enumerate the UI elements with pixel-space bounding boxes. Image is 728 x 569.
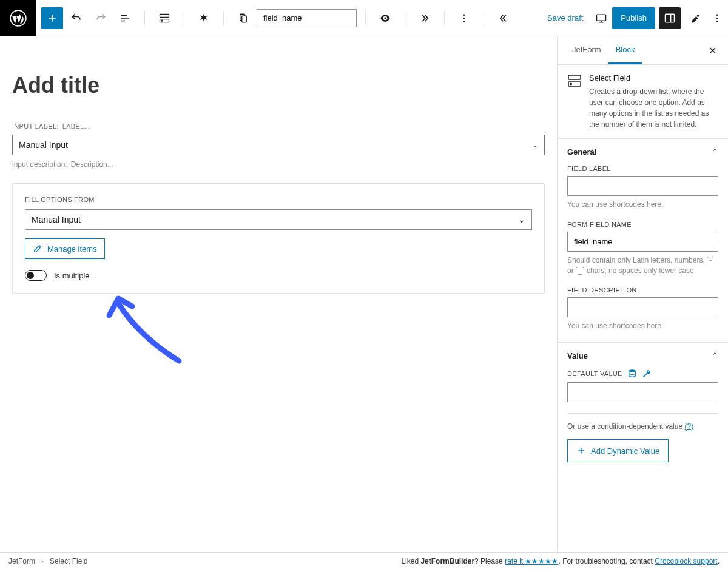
input-label-prefix: INPUT LABEL: [12,123,59,130]
input-description-row: input description: Description... [12,160,545,169]
svg-rect-1 [160,14,169,17]
footer-message: Liked JetFormBuilder? Please rate it ★★★… [401,557,720,565]
input-label-value[interactable]: LABEL... [62,123,90,130]
breadcrumb-item[interactable]: JetForm [8,557,35,565]
chevrons-left-icon[interactable] [493,7,514,29]
condition-help-link[interactable]: (?) [684,422,693,431]
field-label-help: You can use shortcodes here. [567,200,718,210]
database-icon[interactable] [627,369,637,379]
add-dynamic-value-button[interactable]: Add Dynamic Value [567,439,669,462]
block-type-icon[interactable] [153,7,175,29]
is-multiple-toggle[interactable] [25,270,47,281]
settings-toggle-icon[interactable] [659,7,681,29]
svg-rect-14 [568,75,581,79]
wrench-icon[interactable] [642,369,652,379]
field-label-input[interactable] [567,176,718,196]
editor-footer: JetForm › Select Field Liked JetFormBuil… [0,552,728,569]
chevrons-right-icon[interactable] [414,7,436,29]
document-overview-button[interactable] [114,7,136,29]
panel-general-title: General [567,147,596,157]
manage-items-label: Manage items [47,244,97,254]
is-multiple-label: Is multiple [54,271,90,280]
redo-button[interactable] [90,7,112,29]
chevron-up-icon: ⌃ [712,351,718,360]
fill-options-value: Manual Input [32,215,81,224]
field-label-label: FIELD LABEL [567,165,718,172]
field-description-input[interactable] [567,297,718,317]
select-field-icon [567,73,582,88]
fill-options-card: FILL OPTIONS FROM Manual Input ⌄ Manage … [12,183,545,294]
field-name-input[interactable] [257,9,357,27]
undo-button[interactable] [66,7,87,29]
input-description-value[interactable]: Description... [71,160,113,169]
save-draft-button[interactable]: Save draft [540,8,590,27]
preview-icon[interactable] [590,7,612,29]
field-description-label: FIELD DESCRIPTION [567,286,718,294]
breadcrumb-item[interactable]: Select Field [50,557,88,565]
input-label-row: INPUT LABEL: LABEL... [12,123,545,130]
block-description: Creates a drop-down list, where the user… [589,86,718,130]
panel-value-header[interactable]: Value ⌃ [567,351,718,360]
form-field-name-help: Should contain only Latin letters, numbe… [567,255,718,276]
editor-canvas: Add title INPUT LABEL: LABEL... Manual I… [0,36,557,552]
fill-options-label: FILL OPTIONS FROM [25,196,532,203]
form-field-name-label: FORM FIELD NAME [567,221,718,228]
svg-point-17 [629,370,635,372]
default-value-label: DEFAULT VALUE [567,369,718,379]
svg-rect-10 [666,14,675,22]
add-block-button[interactable] [41,7,63,29]
panel-value: Value ⌃ DEFAULT VALUE [558,343,728,471]
chevron-up-icon: ⌃ [712,147,718,157]
main-select-field[interactable]: Manual Input ⌄ [12,135,545,155]
select-value: Manual Input [19,140,68,150]
annotation-arrow [103,291,194,372]
wp-logo[interactable] [0,0,36,36]
fill-options-select[interactable]: Manual Input ⌄ [25,209,532,230]
required-toggle-icon[interactable] [193,7,215,29]
tab-block[interactable]: Block [608,36,642,64]
svg-point-8 [463,21,465,22]
more-options-icon[interactable] [453,7,475,29]
post-title-placeholder[interactable]: Add title [12,73,545,98]
editor-topbar: Save draft Publish [0,0,728,36]
panel-general: General ⌃ FIELD LABEL You can use shortc… [558,139,728,343]
svg-rect-9 [597,15,606,21]
default-value-input[interactable] [567,382,718,402]
publish-button[interactable]: Publish [612,7,655,29]
svg-point-6 [463,14,465,15]
close-sidebar-button[interactable]: ✕ [704,42,721,59]
block-title: Select Field [589,73,718,82]
manage-items-button[interactable]: Manage items [25,238,105,259]
field-description-help: You can use shortcodes here. [567,321,718,331]
condition-text: Or use a condition-dependent value (?) [567,422,718,431]
more-menu-icon[interactable] [706,7,728,29]
rate-link[interactable]: rate it ★★★★★ [505,557,558,565]
breadcrumb-separator: › [41,557,44,565]
tab-jetform[interactable]: JetForm [565,36,608,64]
panel-general-header[interactable]: General ⌃ [567,147,718,157]
copy-icon[interactable] [232,7,254,29]
panel-value-title: Value [567,351,588,360]
visibility-icon[interactable] [374,7,396,29]
svg-rect-5 [242,16,247,22]
chevron-down-icon: ⌄ [518,215,525,224]
block-info: Select Field Creates a drop-down list, w… [558,65,728,139]
svg-point-16 [570,83,572,85]
chevron-down-icon: ⌄ [532,141,538,149]
form-field-name-input[interactable] [567,232,718,252]
svg-point-13 [716,21,718,22]
add-dynamic-value-label: Add Dynamic Value [591,446,659,456]
styles-icon[interactable] [684,7,706,29]
svg-point-7 [463,17,465,18]
svg-point-3 [161,20,163,21]
is-multiple-row: Is multiple [25,270,532,281]
breadcrumb: JetForm › Select Field [8,557,88,565]
input-description-prefix: input description: [12,160,67,169]
svg-point-12 [716,17,718,18]
svg-point-11 [716,14,718,15]
sidebar-tabs: JetForm Block ✕ [558,36,728,65]
support-link[interactable]: Crocoblock support [655,557,717,565]
settings-sidebar: JetForm Block ✕ Select Field Creates a d… [557,36,728,552]
